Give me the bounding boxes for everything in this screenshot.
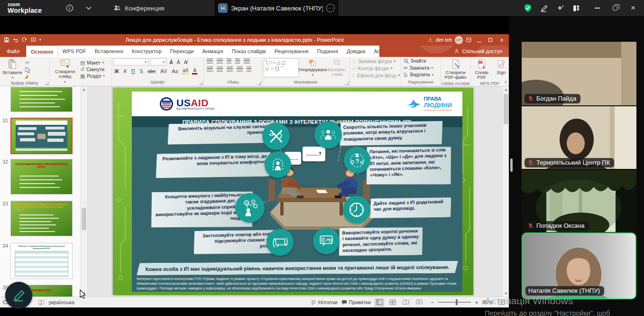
create-pdf-file-button[interactable]: Створити PDF-файл (442, 58, 469, 81)
replace-button[interactable]: abЗамінити▾ (404, 65, 433, 71)
undo-icon[interactable] (12, 37, 18, 43)
copy-icon[interactable] (25, 67, 28, 72)
thumbnail-slide-32[interactable]: ПОСТТРАВМАТИЧНИЙ СТРЕСОВИЙ РОЗЛАД (ПТСР) (10, 159, 73, 195)
paste-button[interactable]: Вставити▾ (1, 58, 24, 80)
strikethrough-button[interactable]: abc (147, 68, 156, 74)
shapes-gallery[interactable]: ╲□○△◻ ◇☆{}⌒ (264, 58, 299, 77)
close-button[interactable]: × (626, 1, 640, 15)
slide-sorter-view-button[interactable] (388, 298, 397, 307)
reading-view-button[interactable] (401, 298, 411, 307)
new-slide-button[interactable]: Створити слайд▾ (51, 58, 79, 84)
zoom-out-button[interactable]: − (431, 299, 434, 306)
align-left-icon[interactable] (207, 66, 213, 72)
video-tile-4-active-speaker[interactable]: Наталія Савелюк (ТНПУ) (522, 232, 636, 299)
share-access-button[interactable]: Спільний доступ (454, 48, 502, 54)
arrange-button[interactable]: Упорядкувати▾ (300, 58, 325, 77)
more-options-icon[interactable]: ··· (326, 4, 335, 12)
char-spacing-button[interactable]: АV (159, 68, 168, 74)
redo-icon[interactable] (21, 37, 28, 43)
tab-design[interactable]: Конструктор (128, 46, 166, 57)
ribbon-display-icon[interactable] (466, 37, 472, 43)
chevron-down-icon[interactable] (83, 2, 95, 14)
increase-indent-icon[interactable] (235, 58, 240, 64)
numbering-icon[interactable] (217, 58, 223, 64)
ppt-close-button[interactable]: × (497, 37, 506, 44)
highlight-button[interactable]: аб (182, 67, 189, 74)
scrollbar-thumb[interactable] (82, 208, 86, 230)
minimize-button[interactable] (590, 1, 604, 15)
thumbnail-slide-30[interactable] (10, 87, 73, 112)
security-shield-icon[interactable] (522, 2, 534, 14)
tab-conference[interactable]: Конференция (108, 0, 169, 16)
video-tile-3[interactable]: Попадюк Оксана (522, 170, 636, 232)
zoom-slider-handle[interactable] (456, 299, 458, 305)
canvas-scrollbar[interactable]: ▲ ▼ (502, 86, 509, 297)
shape-effects-button[interactable]: ◐Ефекти для фігур▾ (352, 73, 400, 78)
ai-companion-icon[interactable] (554, 2, 566, 14)
account-avatar[interactable]: DT (455, 36, 463, 44)
save-icon[interactable] (4, 37, 9, 43)
tab-review[interactable]: Рецензування (270, 46, 313, 57)
scroll-up-icon[interactable]: ▲ (503, 86, 509, 93)
tab-slideshow[interactable]: Показ слайдів (228, 46, 270, 57)
tab-shared-screen[interactable]: Н Экран (Наталія Савелюк (ТНПУ) ··· (214, 0, 339, 16)
video-tile-2[interactable]: Тернопільський Центр ПК (522, 106, 636, 169)
dialog-launcher[interactable] (199, 82, 202, 85)
italic-button[interactable]: К (123, 68, 128, 74)
find-button[interactable]: Знайти (404, 58, 426, 64)
reset-button[interactable]: ↺Скинути (80, 66, 105, 72)
line-spacing-icon[interactable] (244, 58, 250, 64)
font-size-select[interactable]: ▾ (150, 58, 166, 65)
shadow-button[interactable]: S (138, 68, 144, 74)
section-button[interactable]: ▦Розділ▾ (80, 73, 105, 79)
decrease-indent-icon[interactable] (227, 58, 231, 64)
dialog-launcher[interactable] (258, 82, 261, 85)
view-layout-icon[interactable] (570, 2, 582, 14)
tab-wps-pdf[interactable]: WPS PDF (58, 46, 91, 57)
ppt-restore-button[interactable] (486, 38, 495, 42)
video-tile-1[interactable]: Богдан Пайда (522, 42, 636, 105)
comments-button[interactable]: Примітки (341, 299, 371, 305)
font-name-select[interactable]: ▾ (113, 58, 148, 65)
shape-outline-button[interactable]: ▱Контур фігури▾ (352, 65, 393, 71)
spellcheck-icon[interactable] (38, 299, 45, 306)
collapse-ribbon-icon[interactable]: ˄ (505, 80, 507, 84)
normal-view-button[interactable] (375, 298, 384, 307)
annotate-pencil-icon[interactable] (538, 2, 550, 14)
zoom-in-button[interactable]: + (475, 299, 478, 306)
fit-slide-button[interactable] (497, 298, 506, 307)
thumbnail-slide-34[interactable]: Таблиця. Стандартизований опитувальник д… (10, 243, 73, 279)
tab-view[interactable]: Подання (313, 46, 342, 57)
font-color-button[interactable]: А (192, 67, 197, 74)
shape-fill-button[interactable]: ◇Заливка фігури▾ (352, 58, 396, 64)
sidebar-scrollbar[interactable] (510, 158, 513, 172)
layout-button[interactable]: ▤Макет▾ (80, 60, 105, 65)
thumbnail-slide-31-selected[interactable] (10, 118, 73, 154)
align-center-icon[interactable] (217, 66, 223, 72)
thumbnail-slide-33[interactable]: ПТСР РОЗВИВАЄТЬСЯ В ЛЮДЕЙ, КОТРІ ПЕРЕЖИЛ… (10, 201, 73, 236)
tab-insert[interactable]: Вставлення (91, 46, 128, 57)
select-button[interactable]: Виділити▾ (404, 72, 433, 77)
justify-icon[interactable] (237, 66, 243, 72)
warning-icon[interactable]: ⚠ (428, 37, 433, 43)
clear-format-button[interactable]: А̸ (183, 59, 188, 65)
shrink-font-button[interactable]: А̌ (176, 59, 181, 65)
slideshow-view-button[interactable] (414, 298, 424, 307)
columns-icon[interactable] (247, 66, 251, 72)
change-case-button[interactable]: Аа (171, 68, 179, 74)
info-icon[interactable] (64, 2, 76, 14)
bullets-icon[interactable] (207, 58, 213, 64)
zoom-percentage[interactable]: 85% (482, 299, 493, 305)
thumbnail-scrollbar[interactable]: ▲ ▼ (80, 86, 87, 297)
tab-help[interactable]: Довідка (342, 46, 370, 57)
ppt-minimize-button[interactable] (475, 36, 483, 44)
bold-button[interactable]: Ж (113, 68, 120, 74)
tab-home[interactable]: Основне (26, 46, 58, 57)
dialog-launcher[interactable] (45, 82, 48, 85)
slideshow-icon[interactable] (30, 37, 37, 43)
format-painter-icon[interactable] (25, 75, 28, 79)
tab-transitions[interactable]: Переходи (166, 46, 198, 57)
scrollbar-thumb[interactable] (504, 94, 508, 124)
wps-sign-button[interactable]: Sign (495, 58, 507, 75)
scroll-down-icon[interactable]: ▼ (503, 290, 509, 297)
